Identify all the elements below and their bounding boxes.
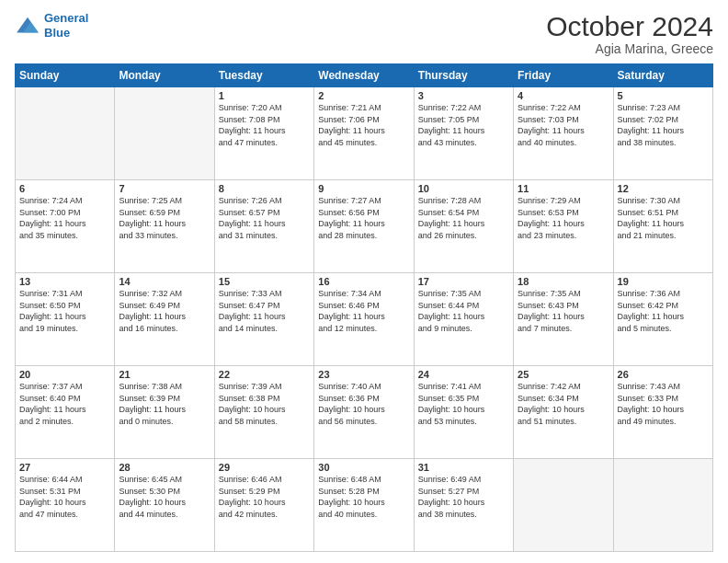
calendar-day-cell (115, 87, 214, 180)
day-number: 4 (518, 90, 609, 101)
day-number: 9 (318, 183, 409, 194)
calendar-day-cell: 30Sunrise: 6:48 AM Sunset: 5:28 PM Dayli… (314, 459, 414, 552)
calendar-day-cell: 1Sunrise: 7:20 AM Sunset: 7:08 PM Daylig… (214, 87, 313, 180)
day-of-week-header: Saturday (613, 64, 712, 87)
day-info: Sunrise: 7:26 AM Sunset: 6:57 PM Dayligh… (219, 195, 310, 241)
day-info: Sunrise: 7:29 AM Sunset: 6:53 PM Dayligh… (518, 195, 609, 241)
calendar-day-cell: 23Sunrise: 7:40 AM Sunset: 6:36 PM Dayli… (314, 366, 414, 459)
calendar-day-cell: 5Sunrise: 7:23 AM Sunset: 7:02 PM Daylig… (613, 87, 712, 180)
day-number: 27 (19, 462, 110, 473)
calendar-week-row: 1Sunrise: 7:20 AM Sunset: 7:08 PM Daylig… (16, 87, 713, 180)
day-number: 17 (418, 276, 509, 287)
day-info: Sunrise: 7:37 AM Sunset: 6:40 PM Dayligh… (19, 381, 110, 427)
day-of-week-header: Tuesday (214, 64, 313, 87)
day-number: 14 (119, 276, 210, 287)
day-info: Sunrise: 7:34 AM Sunset: 6:46 PM Dayligh… (318, 288, 409, 334)
location: Agia Marina, Greece (546, 41, 713, 56)
day-number: 26 (618, 369, 709, 380)
day-info: Sunrise: 7:39 AM Sunset: 6:38 PM Dayligh… (219, 381, 310, 427)
day-number: 8 (219, 183, 310, 194)
logo: General Blue (15, 11, 88, 40)
calendar-day-cell: 15Sunrise: 7:33 AM Sunset: 6:47 PM Dayli… (214, 273, 313, 366)
day-number: 1 (219, 90, 310, 101)
day-number: 29 (219, 462, 310, 473)
calendar-day-cell: 11Sunrise: 7:29 AM Sunset: 6:53 PM Dayli… (514, 180, 613, 273)
calendar-day-cell: 13Sunrise: 7:31 AM Sunset: 6:50 PM Dayli… (16, 273, 115, 366)
day-of-week-header: Friday (514, 64, 613, 87)
day-of-week-header: Thursday (414, 64, 513, 87)
calendar-day-cell: 2Sunrise: 7:21 AM Sunset: 7:06 PM Daylig… (314, 87, 414, 180)
day-info: Sunrise: 7:21 AM Sunset: 7:06 PM Dayligh… (318, 102, 409, 148)
calendar-day-cell: 28Sunrise: 6:45 AM Sunset: 5:30 PM Dayli… (115, 459, 214, 552)
day-info: Sunrise: 7:33 AM Sunset: 6:47 PM Dayligh… (219, 288, 310, 334)
calendar-day-cell: 4Sunrise: 7:22 AM Sunset: 7:03 PM Daylig… (514, 87, 613, 180)
day-number: 28 (119, 462, 210, 473)
calendar-day-cell: 12Sunrise: 7:30 AM Sunset: 6:51 PM Dayli… (613, 180, 712, 273)
calendar-day-cell: 7Sunrise: 7:25 AM Sunset: 6:59 PM Daylig… (115, 180, 214, 273)
calendar-day-cell: 20Sunrise: 7:37 AM Sunset: 6:40 PM Dayli… (16, 366, 115, 459)
calendar-day-cell: 9Sunrise: 7:27 AM Sunset: 6:56 PM Daylig… (314, 180, 414, 273)
page: General Blue October 2024 Agia Marina, G… (0, 0, 728, 563)
day-number: 5 (618, 90, 709, 101)
day-number: 22 (219, 369, 310, 380)
calendar-day-cell (16, 87, 115, 180)
calendar-day-cell: 26Sunrise: 7:43 AM Sunset: 6:33 PM Dayli… (613, 366, 712, 459)
logo-icon (15, 16, 40, 36)
day-number: 12 (618, 183, 709, 194)
calendar-week-row: 20Sunrise: 7:37 AM Sunset: 6:40 PM Dayli… (16, 366, 713, 459)
calendar-day-cell: 14Sunrise: 7:32 AM Sunset: 6:49 PM Dayli… (115, 273, 214, 366)
day-info: Sunrise: 7:41 AM Sunset: 6:35 PM Dayligh… (418, 381, 509, 427)
calendar-day-cell: 10Sunrise: 7:28 AM Sunset: 6:54 PM Dayli… (414, 180, 513, 273)
day-number: 11 (518, 183, 609, 194)
calendar-day-cell: 18Sunrise: 7:35 AM Sunset: 6:43 PM Dayli… (514, 273, 613, 366)
calendar-week-row: 13Sunrise: 7:31 AM Sunset: 6:50 PM Dayli… (16, 273, 713, 366)
day-number: 7 (119, 183, 210, 194)
day-number: 23 (318, 369, 409, 380)
day-info: Sunrise: 7:22 AM Sunset: 7:03 PM Dayligh… (518, 102, 609, 148)
day-number: 19 (618, 276, 709, 287)
day-info: Sunrise: 6:44 AM Sunset: 5:31 PM Dayligh… (19, 474, 110, 520)
calendar-day-cell: 27Sunrise: 6:44 AM Sunset: 5:31 PM Dayli… (16, 459, 115, 552)
calendar-day-cell: 8Sunrise: 7:26 AM Sunset: 6:57 PM Daylig… (214, 180, 313, 273)
day-number: 10 (418, 183, 509, 194)
calendar-day-cell: 29Sunrise: 6:46 AM Sunset: 5:29 PM Dayli… (214, 459, 313, 552)
day-info: Sunrise: 7:22 AM Sunset: 7:05 PM Dayligh… (418, 102, 509, 148)
title-block: October 2024 Agia Marina, Greece (546, 11, 713, 56)
day-number: 15 (219, 276, 310, 287)
day-number: 13 (19, 276, 110, 287)
day-info: Sunrise: 6:48 AM Sunset: 5:28 PM Dayligh… (318, 474, 409, 520)
logo-text: General Blue (44, 11, 88, 40)
day-number: 31 (418, 462, 509, 473)
calendar-day-cell: 16Sunrise: 7:34 AM Sunset: 6:46 PM Dayli… (314, 273, 414, 366)
calendar-day-cell: 24Sunrise: 7:41 AM Sunset: 6:35 PM Dayli… (414, 366, 513, 459)
day-info: Sunrise: 7:28 AM Sunset: 6:54 PM Dayligh… (418, 195, 509, 241)
day-number: 16 (318, 276, 409, 287)
month-title: October 2024 (546, 11, 713, 41)
calendar-header-row: SundayMondayTuesdayWednesdayThursdayFrid… (16, 64, 713, 87)
day-info: Sunrise: 7:23 AM Sunset: 7:02 PM Dayligh… (618, 102, 709, 148)
day-of-week-header: Monday (115, 64, 214, 87)
day-info: Sunrise: 7:36 AM Sunset: 6:42 PM Dayligh… (618, 288, 709, 334)
calendar-day-cell: 22Sunrise: 7:39 AM Sunset: 6:38 PM Dayli… (214, 366, 313, 459)
calendar-day-cell: 21Sunrise: 7:38 AM Sunset: 6:39 PM Dayli… (115, 366, 214, 459)
day-info: Sunrise: 7:31 AM Sunset: 6:50 PM Dayligh… (19, 288, 110, 334)
day-info: Sunrise: 7:30 AM Sunset: 6:51 PM Dayligh… (618, 195, 709, 241)
calendar-week-row: 27Sunrise: 6:44 AM Sunset: 5:31 PM Dayli… (16, 459, 713, 552)
calendar-day-cell: 17Sunrise: 7:35 AM Sunset: 6:44 PM Dayli… (414, 273, 513, 366)
day-info: Sunrise: 7:32 AM Sunset: 6:49 PM Dayligh… (119, 288, 210, 334)
day-of-week-header: Sunday (16, 64, 115, 87)
calendar-day-cell (514, 459, 613, 552)
day-number: 25 (518, 369, 609, 380)
day-info: Sunrise: 7:35 AM Sunset: 6:43 PM Dayligh… (518, 288, 609, 334)
day-number: 3 (418, 90, 509, 101)
calendar-table: SundayMondayTuesdayWednesdayThursdayFrid… (15, 63, 713, 552)
day-number: 18 (518, 276, 609, 287)
day-info: Sunrise: 7:27 AM Sunset: 6:56 PM Dayligh… (318, 195, 409, 241)
day-info: Sunrise: 6:46 AM Sunset: 5:29 PM Dayligh… (219, 474, 310, 520)
day-number: 30 (318, 462, 409, 473)
day-number: 24 (418, 369, 509, 380)
day-number: 21 (119, 369, 210, 380)
day-info: Sunrise: 6:49 AM Sunset: 5:27 PM Dayligh… (418, 474, 509, 520)
calendar-day-cell: 25Sunrise: 7:42 AM Sunset: 6:34 PM Dayli… (514, 366, 613, 459)
calendar-day-cell: 31Sunrise: 6:49 AM Sunset: 5:27 PM Dayli… (414, 459, 513, 552)
